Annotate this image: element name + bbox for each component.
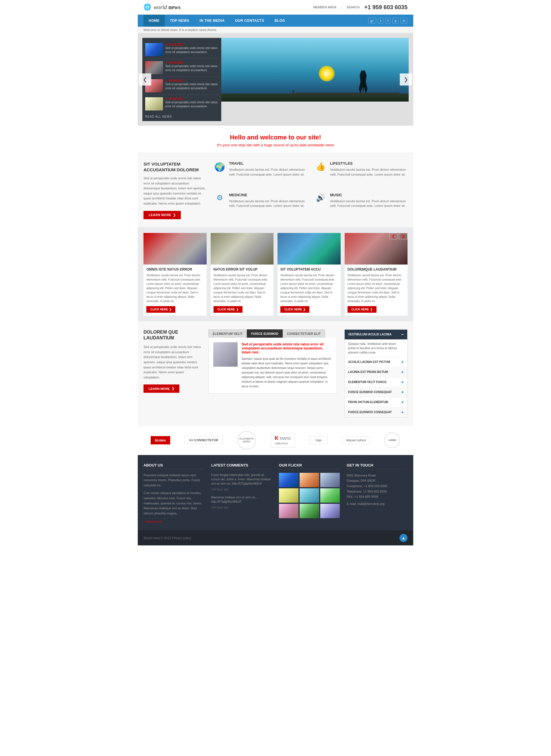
footer-comments-heading: LATEST COMMENTS [211,463,272,470]
partner-brulex[interactable]: brulex [151,436,170,445]
card-2-click-button[interactable]: CLICK HERE ❯ [213,306,242,313]
flickr-thumb-3[interactable] [320,473,340,487]
flickr-thumb-1[interactable] [279,473,299,487]
member-area-link[interactable]: MEMBER AREA [313,5,336,9]
tab-fuisce-euismod[interactable]: FUISCE EUISMOD [247,329,283,338]
accordion-plus-icon-5: + [401,400,404,405]
flickr-thumb-8[interactable] [300,504,319,518]
partner-logo7[interactable]: LOGO [384,433,400,448]
nav-our-contacts[interactable]: OUR CONTACTS [230,15,269,27]
features-left: SIT VOLUPTATEM ACCUSANTIUM DOLOREM Sed u… [143,161,207,219]
footer-about-heading: ABOUT US [143,463,204,470]
accordion-item-2[interactable]: LACINIA EST PROIN DICTUM + [345,367,407,377]
slider-container: ► 27.05.2013 Sed ut perspiciatis unde om… [142,38,409,121]
card-3-image [278,233,341,264]
nav-top-news[interactable]: TOP NEWS [165,15,194,27]
accordion-plus-icon-6: + [401,410,404,415]
back-to-top-button[interactable]: ▲ [400,534,408,542]
card-3-click-button[interactable]: CLICK HERE ❯ [281,306,310,313]
card-2-image [211,233,274,264]
tab-image [213,342,237,367]
tabs-learn-more-button[interactable]: LEARN MORE ❯ [143,385,179,393]
contact-email: E-mail: mail@demolink.org [347,501,408,507]
accordion-panel: VESTIBULUM IACULIS LACINIA − Quisque nul… [344,329,408,418]
nav-in-the-media[interactable]: IN THE MEDIA [194,15,230,27]
footer-about-para1: Praesent volutpat molestie lacus nam non… [143,473,204,488]
thumbsup-feature-icon: 👍 [315,162,327,188]
speaker-feature-icon: 🔊 [315,193,327,219]
features-section: SIT VOLUPTATEM ACCUSANTIUM DOLOREM Sed u… [138,153,413,227]
flickr-thumb-4[interactable] [279,488,299,503]
slider-item-1[interactable]: ► 27.05.2013 Sed ut perspiciatis unde om… [145,41,218,59]
card-4-click-button[interactable]: CLICK HERE ❯ [348,306,377,313]
read-all-news[interactable]: READ ALL NEWS [145,115,218,118]
contact-freephone: Freephone: +1 800 559 6580 [347,484,408,489]
flickr-thumb-9[interactable] [320,504,340,518]
features-heading: SIT VOLUPTATEM ACCUSANTIUM DOLOREM [143,161,207,172]
accordion-item-6[interactable]: FUISCE EUISMOD CONSEQUAT + [345,408,407,417]
nav-links: HOME TOP NEWS IN THE MEDIA OUR CONTACTS … [143,15,290,27]
tabs-center: ELEMENTUM VELIT FUISCE EUISMOD CONSECTET… [208,329,337,418]
footer-copyright: World news © 2013 Privacy policy [143,536,191,540]
contact-fax: FAX: +1 504 889 9698 [347,494,408,500]
accordion-item-4[interactable]: FUISCE EUISMOD CONSEQUAT + [345,387,407,398]
main-nav: HOME TOP NEWS IN THE MEDIA OUR CONTACTS … [138,15,413,27]
card-1: OMNIS ISTE NATUS ERROR Vestibulum iaculi… [143,233,207,315]
cards-next-button[interactable]: ❯ [399,233,408,239]
flickr-thumb-7[interactable] [279,504,299,518]
search-link[interactable]: SEARCH [347,5,360,9]
comment-2-date: 158 days ago [211,506,228,509]
comment-2-text: Maecenas tristique orci ac sem uis... ht… [211,495,272,504]
accordion: VESTIBULUM IACULIS LACINIA − Quisque nul… [344,329,408,418]
flickr-thumb-5[interactable] [300,488,319,503]
flickr-thumb-2[interactable] [300,473,319,487]
tabs-section: DOLOREM QUE LAUDANTIUM Sed ut perspiciat… [138,321,413,426]
tab-content-heading: Sed ut perspiciatis unde omnis iste natu… [241,342,332,354]
accordion-plus-icon-1: + [401,359,404,364]
tab-content-panel: Sed ut perspiciatis unde omnis iste natu… [208,338,337,394]
accordion-plus-icon-3: + [401,380,404,385]
card-2-text: Vestibulum iaculis lacinia est. Proin di… [213,273,271,303]
social-twitter[interactable]: t [378,18,384,24]
tabs-heading: DOLOREM QUE LAUDANTIUM [143,329,201,341]
tab-consectetuer-elit[interactable]: CONSECTETUER ELIT [283,329,325,338]
contact-telephone: Telephone: +1 959 603 6035 [347,489,408,494]
slider-item-3[interactable]: ► 10.05.2013 Sed ut perspiciatis unde om… [145,77,218,95]
feature-lifestyles: 👍 LIFESTYLES Vestibulum iaculis lacinia … [315,161,408,188]
card-1-click-button[interactable]: CLICK HERE ❯ [146,306,175,313]
social-pinterest[interactable]: p [392,18,399,24]
partner-elizabeth-mars[interactable]: ELIZABETH MARS [237,431,256,450]
accordion-item-3[interactable]: ELEMENTUM VELIT FUISCE + [345,377,407,387]
slider-item-2[interactable]: ► 16.05.2013 Sed ut perspiciatis unde om… [145,59,218,77]
cards-prev-button[interactable]: ❮ [389,233,398,239]
tab-elementum-velit[interactable]: ELEMENTUM VELIT [208,329,247,338]
accordion-main-body: Quisque nulla. Vestibulum ante ipsum pri… [345,339,407,357]
social-facebook[interactable]: f [385,18,391,24]
partner-aliquam[interactable]: Aliquam sphere [342,437,370,444]
partners-section: brulex M4 CONSECTETUR ELIZABETH MARS K T… [138,426,413,455]
accordion-item-5[interactable]: PROIN DICTUM ELEMENTUM + [345,398,407,408]
footer-read-more-link[interactable]: » Read more [143,520,162,523]
flickr-grid [279,473,340,518]
card-4-text: Vestibulum iaculis lacinia est. Proin di… [348,273,405,303]
partner-m4[interactable]: M4 CONSECTETUR [184,436,222,444]
header-separator: | [341,5,342,9]
flickr-thumb-6[interactable] [320,488,340,503]
slider-left-panel: ► 27.05.2013 Sed ut perspiciatis unde om… [142,38,221,121]
social-linkedin[interactable]: in [400,18,408,24]
cards-nav: ❮ ❯ [389,233,408,239]
slider-item-4[interactable]: ► 06.05.2013 Sed ut perspiciatis unde om… [145,95,218,113]
footer-bottom: World news © 2013 Privacy policy ▲ [138,531,413,546]
nav-home[interactable]: HOME [143,15,165,27]
social-gplus[interactable]: g+ [368,18,377,24]
nav-blog[interactable]: BLOG [269,15,291,27]
slider-prev-button[interactable]: ❮ [139,73,151,85]
accordion-item-1[interactable]: ACUILIS LACINIA EST PICTUM + [345,357,407,367]
accordion-main-header[interactable]: VESTIBULUM IACULIS LACINIA − [345,330,407,339]
cards-section: ❮ ❯ OMNIS ISTE NATUS ERROR Vestibulum ia… [138,227,413,321]
partner-logo5[interactable]: logo [310,436,328,444]
partner-tanto[interactable]: K TANTOCREATIVO [270,433,295,448]
tab-headers: ELEMENTUM VELIT FUISCE EUISMOD CONSECTET… [208,329,337,338]
features-learn-more-button[interactable]: LEARN MORE ❯ [143,211,181,219]
slider-next-button[interactable]: ❯ [400,73,412,85]
